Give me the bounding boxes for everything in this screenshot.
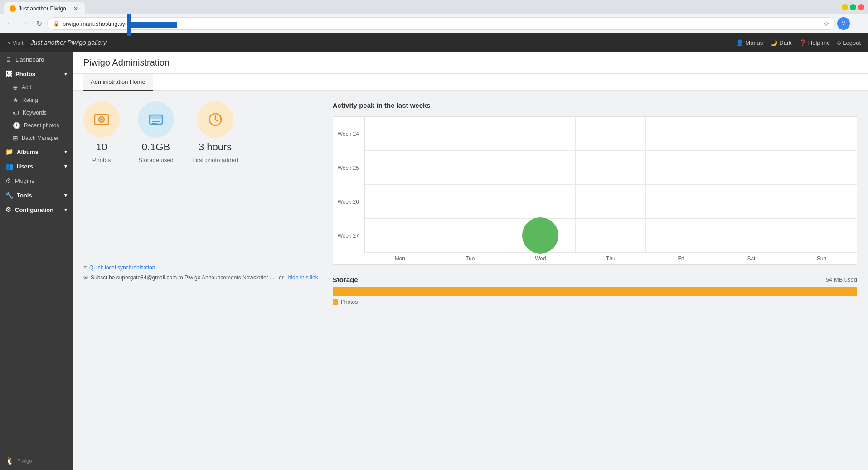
chart-cell-w25-thu (576, 151, 646, 185)
dashboard-icon: 🖥 (5, 56, 12, 63)
stats-section: 10 Photos (83, 101, 318, 305)
sync-icon: ≡ (83, 263, 87, 273)
chart-cell-w24-tue (435, 117, 505, 151)
col-label-mon: Mon (365, 253, 435, 264)
chart-cell-w25-sat (716, 151, 786, 185)
chart-cell-w25-fri (646, 151, 716, 185)
user-icon: 👤 (736, 39, 743, 46)
col-label-tue: Tue (435, 253, 505, 264)
sidebar-item-configuration[interactable]: ⚙ Configuration ▾ (0, 202, 73, 217)
lock-icon: 🔒 (53, 20, 60, 27)
or-text: or (279, 273, 284, 283)
photos-icon: 🖼 (5, 70, 12, 77)
help-link[interactable]: ❓ Help me (799, 39, 830, 46)
sidebar-item-recent-photos[interactable]: 🕐 Recent photos (4, 119, 73, 132)
albums-icon: 📁 (5, 148, 13, 155)
plugins-icon: ⚙ (5, 177, 11, 184)
bottom-notices: ≡ Quick local synchronisation ✉ Subscrib… (83, 263, 318, 283)
user-link[interactable]: 👤 Marius (736, 39, 763, 46)
tab-bar: Administration Home (73, 74, 868, 91)
chart-cell-w26-thu (576, 185, 646, 219)
activity-chart: Week 24 Week 25 (333, 116, 857, 265)
sidebar-item-tools[interactable]: 🔧 Tools ▾ (0, 188, 73, 202)
chart-cell-w27-sat (716, 219, 786, 253)
photos-stat-value: 10 (96, 141, 107, 153)
sidebar-item-rating[interactable]: ★ Rating (4, 94, 73, 106)
tools-chevron-icon: ▾ (64, 192, 67, 198)
browser-menu-button[interactable]: ⋮ (852, 17, 864, 30)
window-controls (842, 4, 864, 10)
sidebar-item-add[interactable]: ⊕ Add (4, 81, 73, 94)
storage-stat-icon-circle (138, 101, 174, 138)
maximize-button[interactable] (850, 4, 856, 10)
sync-notice: ≡ Quick local synchronisation (83, 263, 318, 273)
week27-label: Week 27 (333, 219, 365, 253)
piwigo-logo: 🐧 Piwigo (0, 451, 73, 470)
legend-dot (333, 299, 338, 305)
time-stat-label: First photo added (192, 157, 238, 163)
col-label-fri: Fri (646, 253, 716, 264)
col-label-thu: Thu (576, 253, 646, 264)
browser-tab[interactable]: Just another Piwigo ... ✕ (4, 2, 85, 14)
hide-link[interactable]: hide this link (288, 273, 318, 283)
reload-button[interactable]: ↻ (33, 17, 45, 30)
content-area: Piwigo Administration Administration Hom… (73, 52, 868, 470)
week26-label: Week 26 (333, 185, 365, 219)
storage-icon-svg (148, 111, 164, 128)
week25-label: Week 25 (333, 151, 365, 185)
minimize-button[interactable] (842, 4, 848, 10)
time-stat-icon-circle (197, 101, 233, 138)
sync-text[interactable]: Quick local synchronisation (89, 263, 155, 273)
tab-title: Just another Piwigo ... (19, 5, 72, 12)
back-button[interactable]: ← (4, 17, 16, 30)
chart-cell-w24-sat (716, 117, 786, 151)
storage-legend: Photos (333, 299, 857, 305)
bookmark-icon[interactable]: ☆ (824, 20, 829, 27)
activity-dot (522, 217, 558, 254)
forward-button[interactable]: → (18, 17, 31, 30)
tab-close-button[interactable]: ✕ (72, 4, 79, 13)
storage-bar-fill (333, 287, 857, 296)
chart-title: Activity peak in the last weeks (333, 101, 857, 109)
sidebar-item-dashboard[interactable]: 🖥 Dashboard (0, 52, 73, 67)
sidebar-item-plugins[interactable]: ⚙ Plugins (0, 173, 73, 188)
chart-cell-w27-thu (576, 219, 646, 253)
sidebar-item-users[interactable]: 👥 Users ▾ (0, 159, 73, 173)
charts-section: Activity peak in the last weeks Week 24 (333, 101, 857, 305)
sidebar-item-albums[interactable]: 📁 Albums ▾ (0, 144, 73, 159)
logout-link[interactable]: ⎋ Logout (837, 39, 861, 46)
dark-mode-link[interactable]: 🌙 Dark (770, 39, 791, 46)
col-label-wed: Wed (505, 253, 576, 264)
content-header: Piwigo Administration (73, 52, 868, 74)
chart-grid: Week 24 Week 25 (333, 117, 857, 253)
sidebar-item-photos[interactable]: 🖼 Photos ▾ (0, 67, 73, 81)
profile-button[interactable]: M (837, 17, 850, 30)
tab-administration-home[interactable]: Administration Home (83, 74, 153, 91)
chart-cell-w27-tue (435, 219, 505, 253)
moon-icon: 🌙 (770, 39, 777, 46)
chart-cell-w25-tue (435, 151, 505, 185)
chart-cell-w24-sun (786, 117, 857, 151)
visit-link[interactable]: < Visit (7, 39, 24, 46)
admin-content: 10 Photos (83, 101, 857, 305)
storage-stat-value: 0.1GB (142, 141, 170, 153)
storage-header: Storage 54 MB used (333, 276, 857, 283)
chart-cell-w27-sun (786, 219, 857, 253)
photos-stat: 10 Photos (83, 101, 120, 163)
chart-cell-w25-sun (786, 151, 857, 185)
site-title: Just another Piwigo gallery (31, 39, 107, 46)
close-button[interactable] (858, 4, 864, 10)
sidebar-item-batch-manager[interactable]: ⊞ Batch Manager (4, 132, 73, 144)
col-label-sat: Sat (716, 253, 786, 264)
svg-rect-7 (150, 115, 162, 119)
email-icon: ✉ (83, 273, 88, 283)
storage-title: Storage (333, 276, 358, 283)
chart-cell-w26-sun (786, 185, 857, 219)
photos-stat-icon-circle (83, 101, 120, 138)
help-icon: ❓ (799, 39, 806, 46)
legend-label: Photos (341, 299, 358, 305)
photos-chevron-icon: ▾ (64, 71, 67, 77)
chart-cell-w26-fri (646, 185, 716, 219)
sidebar-item-keywords[interactable]: 🏷 Keywords (4, 106, 73, 119)
albums-chevron-icon: ▾ (64, 149, 67, 155)
